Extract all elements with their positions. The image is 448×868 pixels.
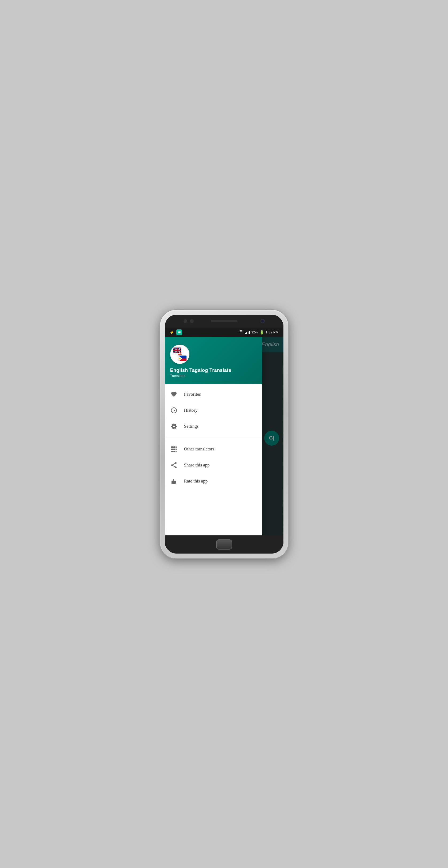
share-app-label: Share this app [184, 462, 210, 468]
battery-icon: 🔋 [259, 330, 264, 335]
drawer-header: English Tagalog Translate Translator [165, 337, 262, 384]
rate-app-label: Rate this app [184, 478, 208, 484]
svg-rect-10 [173, 446, 175, 448]
favorites-label: Favorites [184, 392, 201, 397]
status-left: ⚡ [170, 330, 182, 335]
menu-item-settings[interactable]: Settings [165, 418, 262, 434]
thumbsup-icon [170, 477, 178, 485]
drawer-app-subtitle: Translator [170, 374, 257, 378]
grid-icon [170, 445, 178, 453]
clock-icon [170, 407, 178, 414]
svg-point-20 [171, 464, 173, 466]
status-right: 92% 🔋 1:32 PM [238, 330, 278, 335]
drawer-app-name: English Tagalog Translate [170, 368, 257, 373]
menu-item-share-app[interactable]: Share this app [165, 457, 262, 473]
phone-bottom-hardware [165, 535, 283, 554]
dot-2 [190, 319, 194, 323]
heart-icon [170, 391, 178, 398]
app-logo [170, 345, 189, 364]
dot-1 [184, 319, 187, 323]
nav-drawer: English Tagalog Translate Translator [165, 337, 262, 535]
phone-dots [184, 319, 194, 323]
time-display: 1:32 PM [265, 330, 278, 334]
svg-rect-17 [175, 451, 177, 452]
status-bar: ⚡ 92% 🔋 1:32 PM [165, 328, 283, 337]
drawer-menu: Favorites History [165, 384, 262, 535]
svg-point-6 [179, 358, 181, 359]
battery-percentage: 92% [251, 331, 258, 334]
gear-icon [170, 423, 178, 430]
svg-rect-23 [171, 480, 172, 484]
svg-rect-14 [175, 448, 177, 450]
svg-rect-15 [171, 451, 173, 452]
share-icon [170, 461, 178, 469]
menu-section-1: Favorites History [165, 384, 262, 437]
svg-rect-16 [173, 451, 175, 452]
screen-content: English G| [165, 337, 283, 535]
history-label: History [184, 408, 198, 413]
menu-item-history[interactable]: History [165, 402, 262, 418]
svg-point-18 [175, 462, 177, 464]
menu-item-favorites[interactable]: Favorites [165, 386, 262, 402]
svg-rect-9 [171, 446, 173, 448]
svg-line-21 [172, 463, 175, 465]
physical-home-button[interactable] [216, 539, 232, 550]
usb-icon: ⚡ [170, 330, 174, 335]
svg-rect-11 [175, 446, 177, 448]
drawer-app-info: English Tagalog Translate Translator [170, 368, 257, 378]
phone-top-hardware [165, 315, 283, 328]
phone-speaker [211, 320, 237, 322]
svg-point-19 [175, 466, 177, 468]
wifi-icon [238, 330, 243, 335]
svg-rect-12 [171, 448, 173, 450]
menu-section-2: Other translators [165, 439, 262, 491]
arrows-icon [177, 351, 183, 358]
svg-point-0 [179, 332, 180, 333]
menu-item-rate-app[interactable]: Rate this app [165, 473, 262, 489]
settings-label: Settings [184, 424, 199, 429]
phone-camera [260, 319, 265, 323]
signal-bars [245, 331, 250, 334]
other-translators-label: Other translators [184, 446, 215, 452]
menu-item-other-translators[interactable]: Other translators [165, 441, 262, 457]
svg-rect-13 [173, 448, 175, 450]
svg-point-8 [173, 426, 175, 427]
logo-flags [172, 346, 188, 362]
svg-line-22 [172, 465, 175, 467]
camera-app-icon [176, 330, 182, 335]
phone-device: ⚡ 92% 🔋 1:32 PM [160, 310, 288, 558]
